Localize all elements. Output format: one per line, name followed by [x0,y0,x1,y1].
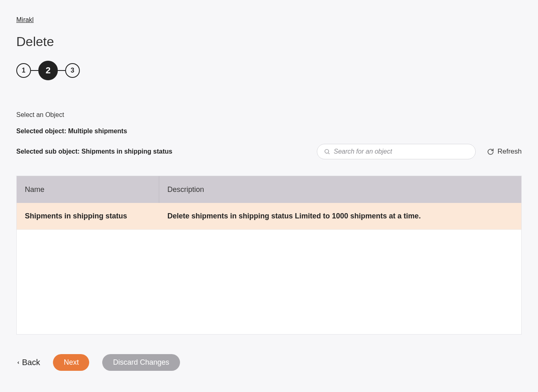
step-1[interactable]: 1 [16,63,31,78]
back-button[interactable]: Back [16,358,40,367]
back-label: Back [22,358,40,367]
svg-point-0 [325,150,329,153]
refresh-icon [487,148,494,155]
stepper: 1 2 3 [16,61,522,80]
step-3[interactable]: 3 [65,63,80,78]
breadcrumb-link-mirakl[interactable]: Mirakl [16,16,34,23]
refresh-label: Refresh [497,148,522,156]
step-connector [58,70,65,71]
object-table: Name Description Shipments in shipping s… [16,176,522,335]
search-input[interactable] [334,148,469,155]
discard-changes-button[interactable]: Discard Changes [102,354,180,371]
cell-name: Shipments in shipping status [17,212,159,220]
page-title: Delete [16,34,522,49]
search-icon [324,148,330,155]
selected-object-prefix: Selected object: [16,128,68,134]
selected-sub-prefix: Selected sub object: [16,148,81,155]
select-object-label: Select an Object [16,111,522,119]
selected-sub-value: Shipments in shipping status [81,148,172,155]
search-box[interactable] [317,144,476,159]
selected-sub-object-line: Selected sub object: Shipments in shippi… [16,148,172,155]
breadcrumb: Mirakl [16,16,522,24]
selected-object-value: Multiple shipments [68,128,127,134]
selected-object-line: Selected object: Multiple shipments [16,128,522,135]
chevron-left-icon [16,360,20,366]
step-2[interactable]: 2 [38,61,58,80]
step-connector [31,70,38,71]
table-row[interactable]: Shipments in shipping status Delete ship… [17,203,521,230]
table-header: Name Description [17,176,521,203]
svg-line-1 [329,153,330,154]
column-header-description: Description [159,185,521,194]
refresh-button[interactable]: Refresh [487,148,522,156]
cell-description: Delete shipments in shipping status Limi… [159,212,521,220]
footer-actions: Back Next Discard Changes [16,354,522,371]
next-button[interactable]: Next [53,354,89,371]
column-header-name: Name [17,176,159,203]
